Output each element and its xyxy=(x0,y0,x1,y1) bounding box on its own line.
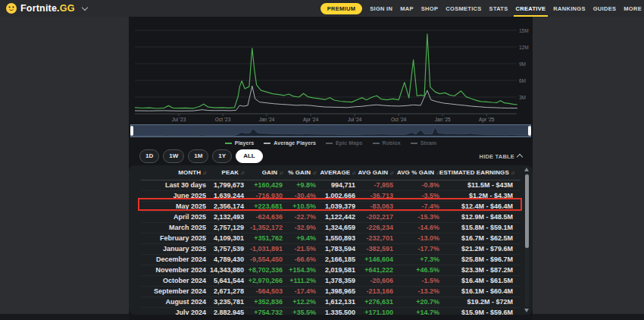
range-button-1w[interactable]: 1W xyxy=(163,149,184,163)
cell--gain: -32.9% xyxy=(283,223,316,233)
site-logo[interactable]: Fortnite.GG xyxy=(0,3,87,14)
cell-avg-gain: -36,713 xyxy=(355,191,393,201)
column-header--gain[interactable]: % GAIN ↓↑ xyxy=(283,169,316,176)
cell-estimated-earnings: $16.1M - $60.4M xyxy=(439,287,513,296)
cell-avg-gain: +276,631 xyxy=(355,297,393,307)
column-header-peak[interactable]: PEAK ↓↑ xyxy=(206,169,244,176)
cell-month: August 2024 xyxy=(141,297,206,307)
cell-peak: 4,789,430 xyxy=(206,255,244,265)
cell-average: 1,378,359 xyxy=(316,276,355,286)
cell-gain: -9,554,450 xyxy=(244,255,283,265)
svg-text:3M: 3M xyxy=(519,95,526,100)
legend-item-average-players[interactable]: Average Players xyxy=(264,140,316,146)
premium-button[interactable]: PREMIUM xyxy=(320,3,363,14)
svg-text:9M: 9M xyxy=(519,61,526,67)
svg-text:Oct '23: Oct '23 xyxy=(215,117,231,122)
range-button-1y[interactable]: 1Y xyxy=(212,149,232,163)
legend-item-roblox[interactable]: Roblox xyxy=(373,140,401,146)
sort-icon: ↓↑ xyxy=(511,170,514,175)
cell-peak: 2,356,174 xyxy=(206,202,244,212)
nav-item-more[interactable]: MORE xyxy=(624,5,642,12)
cell-gain: -564,503 xyxy=(244,287,283,296)
cell-estimated-earnings: $19.2M - $72M xyxy=(439,297,513,307)
chart-controls-row: 1D1W1M1YALL HIDE TABLE xyxy=(129,149,533,163)
cell-peak: 2,882,945 xyxy=(206,308,244,315)
table-row-last-30-days: Last 30 days1,799,673+160,429+9.8%994,71… xyxy=(141,180,521,191)
legend-item-players[interactable]: Players xyxy=(225,140,255,146)
navigator-right-handle[interactable] xyxy=(528,126,531,136)
column-header-estimated-earnings[interactable]: ESTIMATED EARNINGS ↓↑ xyxy=(439,169,513,176)
cell-gain: +754,732 xyxy=(244,308,283,315)
cell-average: 1,612,131 xyxy=(316,297,355,307)
nav-item-shop[interactable]: SHOP xyxy=(421,5,438,12)
cell-average: 994,711 xyxy=(316,180,355,190)
cell-month: April 2025 xyxy=(141,212,206,222)
chart-range-navigator[interactable] xyxy=(130,124,531,137)
legend-item-epic-maps[interactable]: Epic Maps xyxy=(326,140,363,146)
cell-month: September 2024 xyxy=(141,287,206,296)
cell-month: June 2025 xyxy=(141,191,206,201)
cell-average: 1,398,965 xyxy=(316,287,355,296)
nav-item-creative[interactable]: CREATIVE xyxy=(516,5,546,12)
legend-dash-icon xyxy=(373,143,380,144)
cell-peak: 3,757,539 xyxy=(206,244,244,254)
cell-average: 1,550,893 xyxy=(316,234,355,243)
svg-text:Jan '24: Jan '24 xyxy=(259,117,275,122)
nav-item-stats[interactable]: STATS xyxy=(489,5,508,12)
nav-item-sign-in[interactable]: SIGN IN xyxy=(370,5,392,12)
nav-item-cosmetics[interactable]: COSMETICS xyxy=(445,5,481,12)
legend-item-steam[interactable]: Steam xyxy=(411,140,437,146)
cell--gain: +10.5% xyxy=(283,202,316,212)
scrollbar-down-arrow[interactable] xyxy=(524,309,529,312)
cell-avg-gain: -15.3% xyxy=(393,212,439,222)
player-count-chart[interactable]: 3M6M9M12M15MJul '23Oct '23Jan '24Apr '24… xyxy=(129,17,533,123)
cell-gain: -1,031,891 xyxy=(244,244,283,254)
table-row-december-2024: December 20244,789,430-9,554,450-66.6%2,… xyxy=(141,255,521,265)
navigator-left-handle[interactable] xyxy=(130,126,133,136)
cell-gain: -1,352,172 xyxy=(244,223,283,233)
cell--gain: -30.4% xyxy=(283,191,316,201)
range-button-1d[interactable]: 1D xyxy=(139,149,159,163)
cell--gain: +12.2% xyxy=(283,297,316,307)
cell-peak: 2,671,278 xyxy=(206,287,244,296)
cell-peak: 4,109,301 xyxy=(206,234,244,243)
cell-gain: +351,762 xyxy=(244,234,283,243)
content-column: 3M6M9M12M15MJul '23Oct '23Jan '24Apr '24… xyxy=(129,17,533,320)
hide-table-toggle[interactable]: HIDE TABLE xyxy=(480,153,522,160)
cell-month: July 2024 xyxy=(141,308,206,315)
navigator-mini-chart xyxy=(131,125,530,136)
cell-gain: +223,681 xyxy=(244,202,283,212)
cell-average: 1,122,442 xyxy=(316,212,355,222)
table-row-january-2025: January 20253,757,539-1,031,891-21.5%1,7… xyxy=(141,244,521,255)
range-button-all[interactable]: ALL xyxy=(236,149,263,163)
column-header-gain[interactable]: GAIN ↓↑ xyxy=(244,169,283,176)
cell-average: 2,166,185 xyxy=(316,255,355,265)
cell-average: 1,335,500 xyxy=(316,308,355,315)
cell-peak: 2,132,493 xyxy=(206,212,244,222)
cell-month: October 2024 xyxy=(141,276,206,286)
cell-month: January 2025 xyxy=(141,244,206,254)
site-title: Fortnite.GG xyxy=(20,3,75,14)
cell-avg-gain: -226,234 xyxy=(355,223,393,233)
column-header-avg-gain[interactable]: AVG % GAIN ↓↑ xyxy=(393,169,439,176)
cell-average: 1,783,594 xyxy=(316,244,355,254)
column-header-month[interactable]: MONTH ↓↑ xyxy=(141,169,206,176)
column-header-avg-gain[interactable]: AVG GAIN ↓↑ xyxy=(355,169,393,176)
top-nav-bar: Fortnite.GG PREMIUM SIGN INMAPSHOPCOSMET… xyxy=(0,0,644,17)
column-header-average[interactable]: AVERAGE ↓↑ xyxy=(316,169,355,176)
legend-dash-icon xyxy=(411,143,417,144)
range-button-1m[interactable]: 1M xyxy=(188,149,208,163)
cell-estimated-earnings: $21.2M - $79.6M xyxy=(439,244,513,254)
cell-gain: -624,636 xyxy=(244,212,283,222)
svg-text:12M: 12M xyxy=(519,45,529,50)
cell-avg-gain: -382,591 xyxy=(355,244,393,254)
scrollbar-thumb[interactable] xyxy=(525,174,529,248)
nav-item-map[interactable]: MAP xyxy=(400,5,414,12)
nav-item-guides[interactable]: GUIDES xyxy=(593,5,617,12)
nav-item-rankings[interactable]: RANKINGS xyxy=(553,5,585,12)
cell-avg-gain: -3.5% xyxy=(393,191,439,201)
cell-estimated-earnings: $12.4M - $46.4M xyxy=(439,202,513,212)
scrollbar-up-arrow[interactable] xyxy=(524,168,529,171)
cell-avg-gain: -213,166 xyxy=(355,287,393,296)
stats-table-card: MONTH ↓↑PEAK ↓↑GAIN ↓↑% GAIN ↓↑AVERAGE ↓… xyxy=(129,165,533,315)
